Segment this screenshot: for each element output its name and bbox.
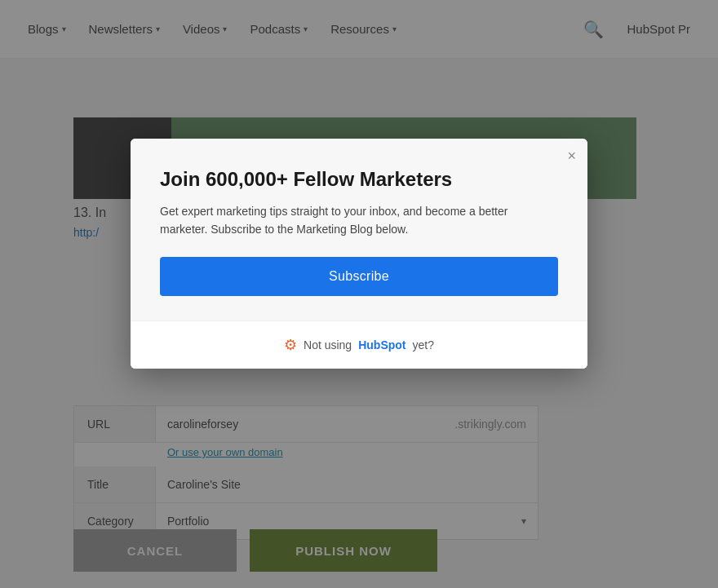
- hubspot-logo-icon: ⚙: [284, 336, 297, 354]
- modal-footer: ⚙ Not using HubSpot yet?: [131, 321, 587, 369]
- close-button[interactable]: ×: [567, 148, 576, 163]
- modal-title: Join 600,000+ Fellow Marketers: [160, 168, 558, 191]
- subscribe-modal: × Join 600,000+ Fellow Marketers Get exp…: [131, 139, 587, 369]
- modal-footer-suffix: yet?: [413, 338, 434, 351]
- modal-body: Join 600,000+ Fellow Marketers Get exper…: [131, 139, 587, 321]
- subscribe-button[interactable]: Subscribe: [160, 257, 558, 296]
- modal-overlay: × Join 600,000+ Fellow Marketers Get exp…: [0, 0, 718, 588]
- modal-footer-text: Not using: [304, 338, 352, 351]
- modal-description: Get expert marketing tips straight to yo…: [160, 202, 558, 239]
- modal-footer-link[interactable]: HubSpot: [358, 338, 406, 351]
